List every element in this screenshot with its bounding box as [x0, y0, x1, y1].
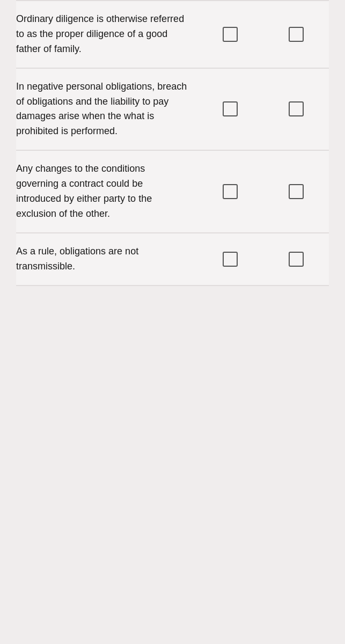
checkbox-false-2[interactable]: [289, 101, 304, 116]
question-text: Ordinary diligence is otherwise referred…: [16, 1, 197, 68]
checkbox-false-1[interactable]: [289, 27, 304, 42]
table-row: Any changes to the conditions governing …: [16, 150, 329, 233]
checkbox-wrapper-1: [202, 184, 259, 199]
question-text: As a rule, obligations are not transmiss…: [16, 233, 197, 286]
table-row: In negative personal obligations, breach…: [16, 68, 329, 151]
checkbox-true-2[interactable]: [223, 101, 238, 116]
checkbox-cell-1: [197, 1, 263, 68]
checkbox-cell-1: [197, 150, 263, 233]
checkbox-false-3[interactable]: [289, 184, 304, 199]
checkbox-wrapper-1: [202, 27, 259, 42]
question-text: In negative personal obligations, breach…: [16, 68, 197, 151]
page-container: Ordinary diligence is otherwise referred…: [0, 0, 345, 644]
checkbox-wrapper-1: [202, 101, 259, 116]
checkbox-true-3[interactable]: [223, 184, 238, 199]
checkbox-wrapper-2: [268, 252, 325, 267]
checkbox-cell-2: [263, 68, 329, 151]
checkbox-wrapper-2: [268, 101, 325, 116]
checkbox-wrapper-1: [202, 252, 259, 267]
quiz-table: Ordinary diligence is otherwise referred…: [16, 0, 329, 286]
checkbox-cell-1: [197, 233, 263, 286]
question-text: Any changes to the conditions governing …: [16, 150, 197, 233]
checkbox-cell-1: [197, 68, 263, 151]
checkbox-cell-2: [263, 233, 329, 286]
checkbox-true-1[interactable]: [223, 27, 238, 42]
checkbox-wrapper-2: [268, 27, 325, 42]
table-row: Ordinary diligence is otherwise referred…: [16, 1, 329, 68]
checkbox-false-4[interactable]: [289, 252, 304, 267]
checkbox-cell-2: [263, 150, 329, 233]
checkbox-wrapper-2: [268, 184, 325, 199]
checkbox-cell-2: [263, 1, 329, 68]
checkbox-true-4[interactable]: [223, 252, 238, 267]
table-row: As a rule, obligations are not transmiss…: [16, 233, 329, 286]
